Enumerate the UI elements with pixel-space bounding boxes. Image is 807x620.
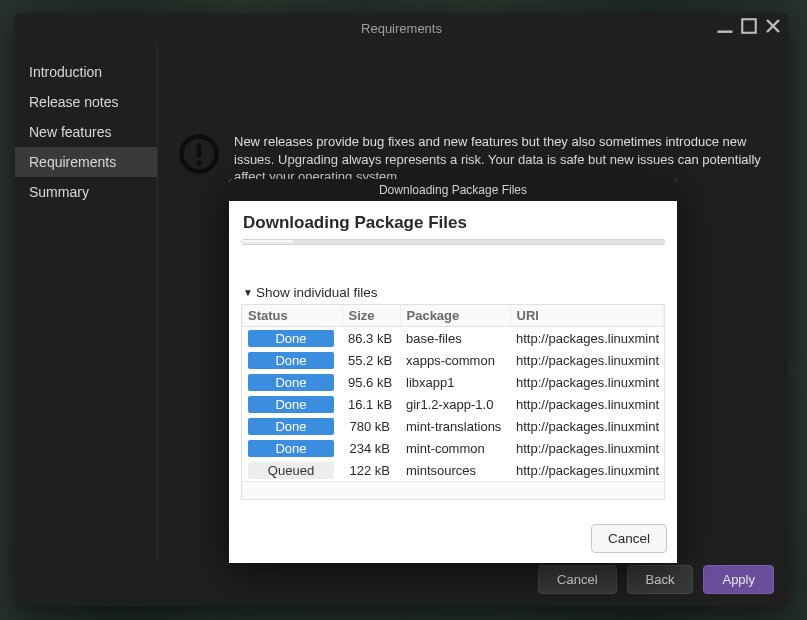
cell-size: 16.1 kB bbox=[342, 393, 400, 415]
status-badge: Queued bbox=[248, 462, 334, 479]
sidebar-item-label: Summary bbox=[29, 184, 89, 200]
back-button[interactable]: Back bbox=[627, 565, 694, 594]
table-row[interactable]: Done16.1 kBgir1.2-xapp-1.0http://package… bbox=[242, 393, 664, 415]
footer: Cancel Back Apply bbox=[15, 562, 788, 606]
svg-point-4 bbox=[196, 160, 201, 165]
cell-package: mint-common bbox=[400, 437, 510, 459]
col-package[interactable]: Package bbox=[400, 305, 510, 327]
status-badge: Done bbox=[248, 440, 334, 457]
maximize-icon[interactable] bbox=[740, 17, 758, 35]
status-badge: Done bbox=[248, 374, 334, 391]
cell-package: gir1.2-xapp-1.0 bbox=[400, 393, 510, 415]
sidebar-item-introduction[interactable]: Introduction bbox=[15, 57, 157, 87]
warning-text: New releases provide bug fixes and new f… bbox=[234, 133, 768, 186]
cell-size: 95.6 kB bbox=[342, 371, 400, 393]
dialog-titlebar-text: Downloading Package Files bbox=[379, 183, 527, 197]
expander-label: Show individual files bbox=[256, 285, 378, 300]
cell-uri: http://packages.linuxmint bbox=[510, 459, 664, 481]
cell-uri: http://packages.linuxmint bbox=[510, 327, 664, 350]
sidebar-item-label: Requirements bbox=[29, 154, 116, 170]
sidebar-item-new-features[interactable]: New features bbox=[15, 117, 157, 147]
sidebar-item-label: Introduction bbox=[29, 64, 102, 80]
window-controls bbox=[716, 17, 782, 35]
svg-rect-1 bbox=[742, 19, 756, 33]
svg-rect-0 bbox=[718, 31, 733, 33]
cell-size: 234 kB bbox=[342, 437, 400, 459]
dialog-heading: Downloading Package Files bbox=[239, 211, 667, 239]
cancel-button[interactable]: Cancel bbox=[538, 565, 616, 594]
table-row[interactable]: Done55.2 kBxapps-commonhttp://packages.l… bbox=[242, 349, 664, 371]
sidebar: IntroductionRelease notesNew featuresReq… bbox=[15, 43, 158, 562]
svg-rect-3 bbox=[197, 144, 201, 158]
sidebar-item-summary[interactable]: Summary bbox=[15, 177, 157, 207]
expander-toggle[interactable]: ▼ Show individual files bbox=[239, 283, 667, 302]
status-badge: Done bbox=[248, 418, 334, 435]
table-row[interactable]: Queued122 kBmintsourceshttp://packages.l… bbox=[242, 459, 664, 481]
cell-uri: http://packages.linuxmint bbox=[510, 415, 664, 437]
cell-size: 122 kB bbox=[342, 459, 400, 481]
apply-button[interactable]: Apply bbox=[703, 565, 774, 594]
table-header-row: Status Size Package URI bbox=[242, 305, 664, 327]
table-row[interactable]: Done86.3 kBbase-fileshttp://packages.lin… bbox=[242, 327, 664, 350]
col-status[interactable]: Status bbox=[242, 305, 342, 327]
table-row[interactable]: Done95.6 kBlibxapp1http://packages.linux… bbox=[242, 371, 664, 393]
col-size[interactable]: Size bbox=[342, 305, 400, 327]
cell-package: mint-translations bbox=[400, 415, 510, 437]
cell-uri: http://packages.linuxmint bbox=[510, 393, 664, 415]
status-badge: Done bbox=[248, 352, 334, 369]
dialog-cancel-button[interactable]: Cancel bbox=[591, 524, 667, 553]
sidebar-item-requirements[interactable]: Requirements bbox=[15, 147, 157, 177]
cell-package: mintsources bbox=[400, 459, 510, 481]
table-scrollbar-track[interactable] bbox=[242, 481, 664, 499]
window-title: Requirements bbox=[15, 21, 788, 36]
sidebar-item-label: Release notes bbox=[29, 94, 119, 110]
cell-package: libxapp1 bbox=[400, 371, 510, 393]
dialog-titlebar: Downloading Package Files bbox=[229, 179, 677, 201]
sidebar-item-release-notes[interactable]: Release notes bbox=[15, 87, 157, 117]
cell-uri: http://packages.linuxmint bbox=[510, 437, 664, 459]
minimize-icon[interactable] bbox=[716, 17, 734, 35]
chevron-down-icon: ▼ bbox=[243, 287, 253, 298]
sidebar-item-label: New features bbox=[29, 124, 111, 140]
cell-package: base-files bbox=[400, 327, 510, 350]
titlebar: Requirements bbox=[15, 13, 788, 43]
col-uri[interactable]: URI bbox=[510, 305, 664, 327]
status-badge: Done bbox=[248, 330, 334, 347]
warning-icon bbox=[178, 133, 220, 175]
cell-size: 780 kB bbox=[342, 415, 400, 437]
table-row[interactable]: Done780 kBmint-translationshttp://packag… bbox=[242, 415, 664, 437]
progress-bar bbox=[241, 239, 665, 245]
close-icon[interactable] bbox=[764, 17, 782, 35]
progress-fill bbox=[242, 240, 293, 244]
download-dialog: Downloading Package Files Downloading Pa… bbox=[229, 179, 677, 563]
cell-package: xapps-common bbox=[400, 349, 510, 371]
cell-uri: http://packages.linuxmint bbox=[510, 371, 664, 393]
table-row[interactable]: Done234 kBmint-commonhttp://packages.lin… bbox=[242, 437, 664, 459]
status-badge: Done bbox=[248, 396, 334, 413]
files-table: Status Size Package URI Done86.3 kBbase-… bbox=[241, 304, 665, 500]
cell-uri: http://packages.linuxmint bbox=[510, 349, 664, 371]
cell-size: 55.2 kB bbox=[342, 349, 400, 371]
cell-size: 86.3 kB bbox=[342, 327, 400, 350]
